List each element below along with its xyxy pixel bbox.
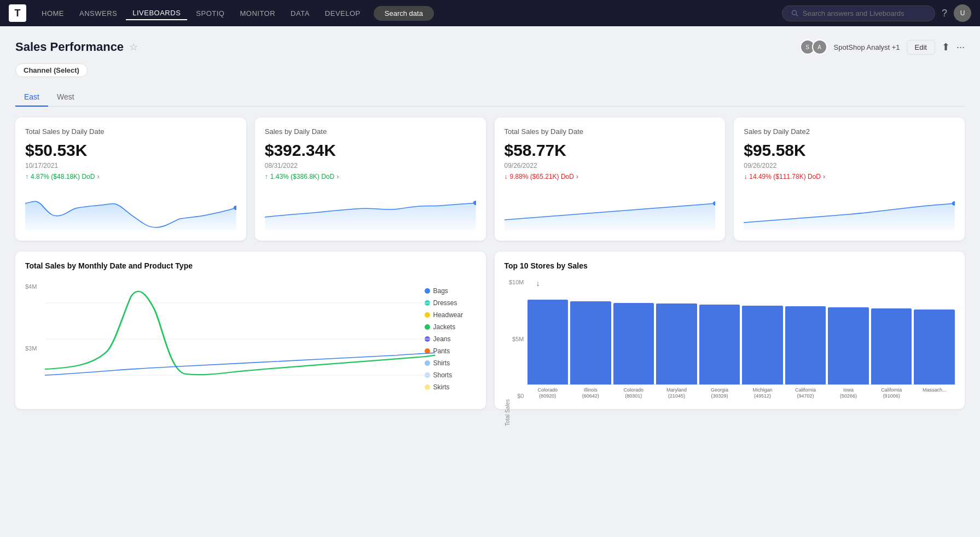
card-1-value: $50.53K: [25, 141, 236, 160]
help-icon[interactable]: ?: [942, 8, 947, 19]
header-right: S A SpotShop Analyst +1 Edit ⬆ ···: [800, 39, 965, 55]
bar-illinois: [570, 301, 611, 384]
page-title-area: Sales Performance ☆: [15, 40, 138, 54]
card-1-title: Total Sales by Daily Date: [25, 127, 236, 136]
monthly-sales-card: Total Sales by Monthly Date and Product …: [15, 252, 486, 409]
line-chart-svg: [45, 279, 436, 399]
svg-point-0: [792, 10, 797, 15]
navigation: HOME ANSWERS LIVEBOARDS SPOTIQ MONITOR D…: [0, 0, 980, 26]
bar-chart: ↓: [527, 279, 955, 399]
tab-west[interactable]: West: [48, 88, 83, 107]
search-icon: [791, 9, 798, 17]
card-4-value: $95.58K: [744, 141, 955, 160]
x-label-9: Massach...: [914, 387, 955, 399]
top-stores-card: Top 10 Stores by Sales $10M $5M $0 ↓: [495, 252, 965, 409]
bar-massachusetts: [914, 310, 955, 384]
nav-data[interactable]: DATA: [284, 7, 316, 20]
nav-right-area: ? U: [782, 4, 971, 22]
tab-east[interactable]: East: [15, 88, 48, 107]
y-label-4m: $4M: [25, 283, 37, 290]
card-3-change: ↓ 9.88% ($65.21K) DoD ›: [505, 173, 716, 180]
x-label-6: California(94702): [785, 387, 826, 399]
y-10m: $10M: [509, 279, 524, 285]
nav-home[interactable]: HOME: [35, 7, 71, 20]
bar-colorado-2: [613, 303, 654, 384]
y-5m: $5M: [512, 336, 524, 342]
bar-georgia: [699, 305, 740, 384]
card-2-change: ↑ 1.43% ($386.8K) DoD ›: [265, 173, 476, 180]
main-content: Sales Performance ☆ S A SpotShop Analyst…: [0, 26, 980, 537]
card-1-date: 10/17/2021: [25, 162, 236, 170]
metric-cards-grid: Total Sales by Daily Date $50.53K 10/17/…: [15, 118, 965, 241]
x-label-1: Illinois(60642): [570, 387, 611, 399]
arrow-down-icon: ↓: [744, 173, 747, 180]
bar-michigan: [742, 306, 783, 384]
region-tabs: East West: [15, 88, 965, 107]
logo[interactable]: [9, 4, 26, 22]
nav-liveboards[interactable]: LIVEBOARDS: [126, 7, 187, 20]
more-options-button[interactable]: ···: [956, 42, 965, 53]
x-label-5: Michigan(49512): [742, 387, 783, 399]
top-stores-title: Top 10 Stores by Sales: [505, 261, 955, 270]
x-label-2: Colorado(80301): [613, 387, 654, 399]
card-total-sales-3: Total Sales by Daily Date $58.77K 09/26/…: [495, 118, 726, 241]
card-total-sales-1: Total Sales by Daily Date $50.53K 10/17/…: [15, 118, 246, 241]
global-search-box[interactable]: [782, 5, 935, 21]
filter-bar: Channel (Select): [15, 63, 965, 77]
x-label-8: California(91006): [871, 387, 912, 399]
nav-spotiq[interactable]: SPOTIQ: [189, 7, 231, 20]
chevron-right-icon[interactable]: ›: [97, 173, 99, 180]
card-4-title: Sales by Daily Date2: [744, 127, 955, 136]
nav-develop[interactable]: DEVELOP: [318, 7, 367, 20]
chevron-right-icon[interactable]: ›: [576, 173, 578, 180]
card-2-title: Sales by Daily Date: [265, 127, 476, 136]
nav-answers[interactable]: ANSWERS: [73, 7, 124, 20]
monthly-sales-title: Total Sales by Monthly Date and Product …: [25, 261, 476, 270]
card-3-title: Total Sales by Daily Date: [505, 127, 716, 136]
line-chart-area: $4M $3M Ba: [25, 279, 476, 399]
card-4-date: 09/26/2022: [744, 162, 955, 170]
chevron-right-icon[interactable]: ›: [337, 173, 339, 180]
favorite-icon[interactable]: ☆: [129, 41, 138, 53]
card-sales-2: Sales by Daily Date $392.34K 08/31/2022 …: [255, 118, 486, 241]
bar-iowa: [828, 307, 869, 384]
card-2-value: $392.34K: [265, 141, 476, 160]
card-3-value: $58.77K: [505, 141, 716, 160]
card-sales-4: Sales by Daily Date2 $95.58K 09/26/2022 …: [734, 118, 965, 241]
page-title: Sales Performance: [15, 40, 124, 54]
avatars-stack: S A: [800, 39, 827, 55]
bar-california-1: [785, 306, 826, 384]
y-axis: $10M $5M $0: [505, 279, 527, 399]
share-button[interactable]: ⬆: [942, 41, 950, 53]
card-1-chart: [25, 187, 236, 231]
bar-colorado-1: [527, 300, 569, 384]
bar-maryland: [656, 303, 697, 384]
search-data-button[interactable]: Search data: [374, 6, 434, 21]
bars-container: [527, 290, 955, 385]
x-label-7: Iowa(50266): [828, 387, 869, 399]
global-search-input[interactable]: [803, 9, 926, 17]
nav-monitor[interactable]: MONITOR: [233, 7, 282, 20]
card-2-date: 08/31/2022: [265, 162, 476, 170]
y-0: $0: [517, 393, 524, 399]
bottom-charts-grid: Total Sales by Monthly Date and Product …: [15, 252, 965, 409]
y-label-3m: $3M: [25, 345, 37, 352]
edit-button[interactable]: Edit: [907, 40, 935, 55]
arrow-down-icon: ↓: [505, 173, 508, 180]
arrow-up-icon: ↑: [265, 173, 268, 180]
bar-california-2: [871, 308, 912, 384]
page-header: Sales Performance ☆ S A SpotShop Analyst…: [15, 39, 965, 55]
x-label-3: Maryland(21045): [656, 387, 697, 399]
card-3-chart: [505, 187, 716, 231]
analyst-label: SpotShop Analyst +1: [834, 43, 900, 51]
y-axis-title: Total Sales: [505, 399, 511, 426]
chevron-right-icon[interactable]: ›: [823, 173, 825, 180]
x-label-4: Georgia(30329): [699, 387, 740, 399]
avatar-2: A: [812, 39, 827, 55]
arrow-up-icon: ↑: [25, 173, 28, 180]
user-avatar[interactable]: U: [954, 4, 971, 22]
svg-line-1: [796, 14, 798, 16]
x-axis-labels: Colorado(80920) Illinois(60642) Colorado…: [527, 387, 955, 399]
channel-filter[interactable]: Channel (Select): [15, 63, 88, 77]
card-4-chart: [744, 187, 955, 231]
